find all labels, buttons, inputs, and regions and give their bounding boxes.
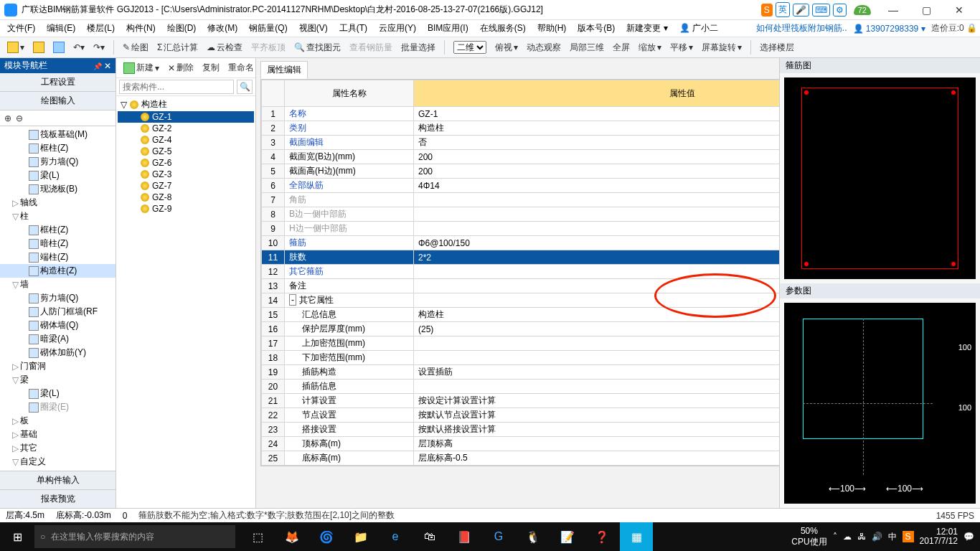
nav-tree-item[interactable]: 梁(L) bbox=[0, 387, 116, 400]
zoom-button[interactable]: 缩放▾ bbox=[636, 40, 664, 55]
search-input[interactable] bbox=[119, 80, 234, 94]
nav-tree-item[interactable]: ▽梁 bbox=[0, 373, 116, 387]
menu-rebar[interactable]: 钢筋量(Q) bbox=[245, 21, 291, 36]
nav-tree-item[interactable]: 人防门框墙(RF bbox=[0, 305, 116, 319]
task-icon[interactable]: 📕 bbox=[448, 522, 481, 551]
collapse-icon[interactable]: ⊖ bbox=[16, 113, 23, 123]
nav-tree-item[interactable]: ▽柱 bbox=[0, 209, 116, 223]
nav-tree-item[interactable]: 构造柱(Z) bbox=[0, 264, 116, 278]
task-icon[interactable]: ▦ bbox=[620, 522, 653, 551]
nav-tree-item[interactable]: ▷其它 bbox=[0, 441, 116, 455]
find-elem-button[interactable]: 🔍 查找图元 bbox=[291, 40, 344, 55]
redo-button[interactable]: ↷▾ bbox=[90, 41, 108, 54]
component-item[interactable]: GZ-3 bbox=[118, 169, 254, 180]
nav-tree-item[interactable]: 砌体墙(Q) bbox=[0, 319, 116, 332]
component-root[interactable]: ▽构造柱 bbox=[118, 98, 254, 111]
nav-tree-item[interactable]: ▷基础 bbox=[0, 428, 116, 441]
account-label[interactable]: 👤 13907298339 ▾ bbox=[853, 24, 925, 34]
nav-tree-item[interactable]: 框柱(Z) bbox=[0, 141, 116, 155]
close-button[interactable]: ✕ bbox=[943, 1, 976, 19]
nav-tree-item[interactable]: 暗柱(Z) bbox=[0, 237, 116, 250]
open-button[interactable] bbox=[30, 40, 47, 55]
property-tab[interactable]: 属性编辑 bbox=[260, 61, 308, 79]
menu-cloud[interactable]: 云应用(Y) bbox=[374, 21, 420, 36]
nav-close-icon[interactable]: ✕ bbox=[104, 61, 111, 71]
component-item[interactable]: GZ-9 bbox=[118, 203, 254, 215]
menu-help[interactable]: 帮助(H) bbox=[533, 21, 571, 36]
menu-tools[interactable]: 工具(T) bbox=[335, 21, 372, 36]
top-view-button[interactable]: 俯视▾ bbox=[492, 40, 521, 55]
menu-version[interactable]: 版本号(B) bbox=[573, 21, 619, 36]
undo-button[interactable]: ↶▾ bbox=[70, 41, 88, 54]
nav-single-input[interactable]: 单构件输入 bbox=[0, 471, 116, 489]
view-mode-select[interactable]: 二维 bbox=[451, 39, 489, 55]
tray-sogou-icon[interactable]: S bbox=[903, 531, 914, 542]
cloud-check-button[interactable]: ☁ 云检查 bbox=[204, 40, 245, 55]
component-item[interactable]: GZ-1 bbox=[118, 111, 254, 123]
task-icon[interactable]: 🐧 bbox=[517, 522, 550, 551]
nav-tree-item[interactable]: ▷板 bbox=[0, 414, 116, 428]
comp-new-button[interactable]: 新建▾ bbox=[121, 60, 162, 75]
tray-notif-icon[interactable]: 💬 bbox=[963, 532, 974, 542]
flush-top-button[interactable]: 平齐板顶 bbox=[248, 40, 288, 55]
new-change-button[interactable]: 新建变更 ▾ bbox=[622, 21, 672, 36]
rotate-screen-button[interactable]: 屏幕旋转▾ bbox=[699, 40, 745, 55]
menu-view[interactable]: 视图(V) bbox=[295, 21, 332, 36]
menu-file[interactable]: 文件(F) bbox=[3, 21, 39, 36]
task-icon[interactable]: 🌀 bbox=[310, 522, 343, 551]
ime-indicator[interactable]: S英🎤⌨⚙ bbox=[761, 2, 847, 17]
sum-calc-button[interactable]: Σ 汇总计算 bbox=[154, 40, 201, 55]
pin-icon[interactable]: 📌 bbox=[93, 62, 102, 70]
nav-section-draw[interactable]: 绘图输入 bbox=[0, 92, 116, 110]
user-label[interactable]: 👤 广小二 bbox=[675, 21, 722, 36]
tray-clock[interactable]: 12:012017/7/12 bbox=[920, 527, 958, 546]
component-item[interactable]: GZ-2 bbox=[118, 123, 254, 134]
component-item[interactable]: GZ-7 bbox=[118, 180, 254, 192]
task-icon[interactable]: ❓ bbox=[585, 522, 618, 551]
task-icon[interactable]: 📁 bbox=[344, 522, 377, 551]
tray-vol-icon[interactable]: 🔊 bbox=[872, 532, 882, 542]
task-icon[interactable]: ⬚ bbox=[241, 522, 274, 551]
nav-section-settings[interactable]: 工程设置 bbox=[0, 73, 116, 92]
nav-report-preview[interactable]: 报表预览 bbox=[0, 489, 116, 508]
nav-tree-item[interactable]: 梁(L) bbox=[0, 169, 116, 182]
tray-up-icon[interactable]: ˄ bbox=[833, 532, 837, 542]
cpu-meter[interactable]: 50%CPU使用 bbox=[791, 526, 826, 548]
menu-bim[interactable]: BIM应用(I) bbox=[423, 21, 473, 36]
start-button[interactable]: ⊞ bbox=[0, 522, 34, 551]
save-button[interactable] bbox=[50, 40, 67, 55]
batch-select-button[interactable]: 批量选择 bbox=[398, 40, 438, 55]
component-item[interactable]: GZ-5 bbox=[118, 146, 254, 157]
view-rebar-button[interactable]: 查看钢筋量 bbox=[347, 40, 395, 55]
menu-modify[interactable]: 修改(M) bbox=[203, 21, 242, 36]
nav-tree-item[interactable]: 剪力墙(Q) bbox=[0, 155, 116, 169]
tray-cloud-icon[interactable]: ☁ bbox=[843, 532, 852, 542]
nav-tree-item[interactable]: ▽墙 bbox=[0, 278, 116, 291]
menu-draw[interactable]: 绘图(D) bbox=[163, 21, 201, 36]
nav-tree-item[interactable]: 剪力墙(Q) bbox=[0, 291, 116, 305]
nav-tree-item[interactable]: ▽自定义 bbox=[0, 455, 116, 468]
tray-net-icon[interactable]: 🖧 bbox=[857, 532, 866, 542]
nav-tree-item[interactable]: ▷门窗洞 bbox=[0, 359, 116, 373]
nav-tree-item[interactable]: 框柱(Z) bbox=[0, 223, 116, 237]
task-icon[interactable]: 📝 bbox=[551, 522, 584, 551]
menu-online[interactable]: 在线服务(S) bbox=[476, 21, 530, 36]
new-file-button[interactable]: ▾ bbox=[4, 40, 27, 55]
draw-button[interactable]: ✎ 绘图 bbox=[120, 40, 151, 55]
select-floor-button[interactable]: 选择楼层 bbox=[757, 40, 797, 55]
comp-copy-button[interactable]: 复制 bbox=[199, 60, 222, 75]
component-item[interactable]: GZ-8 bbox=[118, 192, 254, 203]
task-icon[interactable]: e bbox=[379, 522, 412, 551]
comp-rename-button[interactable]: 重命名 bbox=[225, 60, 257, 75]
fullscreen-button[interactable]: 全屏 bbox=[610, 40, 633, 55]
nav-tree-item[interactable]: 砌体加筋(Y) bbox=[0, 346, 116, 359]
cortana-search[interactable]: ○ 在这里输入你要搜索的内容 bbox=[34, 525, 235, 548]
local-3d-button[interactable]: 局部三维 bbox=[567, 40, 607, 55]
task-icon[interactable]: G bbox=[482, 522, 515, 551]
pan-button[interactable]: 平移▾ bbox=[667, 40, 696, 55]
maximize-button[interactable]: ▢ bbox=[910, 1, 943, 19]
nav-tree-item[interactable]: 暗梁(A) bbox=[0, 332, 116, 346]
nav-tree-item[interactable]: 圈梁(E) bbox=[0, 400, 116, 414]
nav-tree-item[interactable]: ▷轴线 bbox=[0, 196, 116, 209]
menu-component[interactable]: 构件(N) bbox=[122, 21, 160, 36]
